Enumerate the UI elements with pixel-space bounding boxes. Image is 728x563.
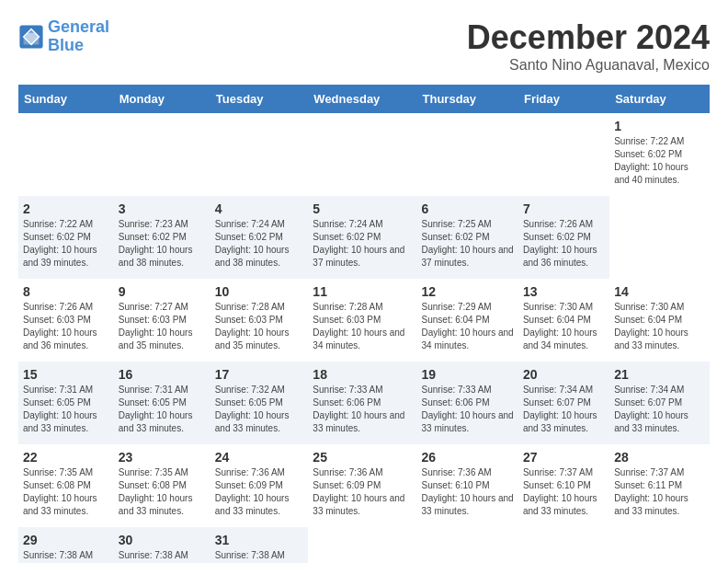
day-number: 11 bbox=[313, 284, 412, 299]
calendar-week-2: 2 Sunrise: 7:22 AMSunset: 6:02 PMDayligh… bbox=[18, 196, 710, 279]
day-number: 20 bbox=[523, 367, 605, 382]
table-row: 5 Sunrise: 7:24 AMSunset: 6:02 PMDayligh… bbox=[308, 196, 416, 279]
day-info: Sunrise: 7:35 AMSunset: 6:08 PMDaylight:… bbox=[119, 467, 193, 516]
calendar-week-4: 15 Sunrise: 7:31 AMSunset: 6:05 PMDaylig… bbox=[18, 362, 710, 444]
day-info: Sunrise: 7:30 AMSunset: 6:04 PMDaylight:… bbox=[523, 302, 597, 350]
day-number: 5 bbox=[313, 201, 412, 216]
day-info: Sunrise: 7:26 AMSunset: 6:02 PMDaylight:… bbox=[523, 219, 597, 268]
day-info: Sunrise: 7:22 AMSunset: 6:02 PMDaylight:… bbox=[23, 219, 97, 268]
day-info: Sunrise: 7:38 AMSunset: 6:12 PMDaylight:… bbox=[119, 550, 193, 563]
table-row: 25 Sunrise: 7:36 AMSunset: 6:09 PMDaylig… bbox=[308, 444, 416, 527]
calendar-title: December 2024 bbox=[467, 18, 710, 57]
day-number: 2 bbox=[23, 201, 109, 216]
day-number: 13 bbox=[523, 284, 605, 299]
table-row: 23 Sunrise: 7:35 AMSunset: 6:08 PMDaylig… bbox=[114, 444, 210, 527]
day-info: Sunrise: 7:34 AMSunset: 6:07 PMDaylight:… bbox=[523, 385, 597, 433]
empty-cell bbox=[308, 113, 416, 196]
table-row: 28 Sunrise: 7:37 AMSunset: 6:11 PMDaylig… bbox=[609, 444, 710, 527]
day-number: 3 bbox=[119, 201, 206, 216]
table-row: 13 Sunrise: 7:30 AMSunset: 6:04 PMDaylig… bbox=[518, 279, 609, 362]
day-number: 10 bbox=[215, 284, 304, 299]
table-row: 14 Sunrise: 7:30 AMSunset: 6:04 PMDaylig… bbox=[609, 279, 710, 362]
day-number: 24 bbox=[215, 450, 304, 465]
logo: General Blue bbox=[18, 18, 109, 55]
title-section: December 2024 Santo Nino Aguanaval, Mexi… bbox=[467, 18, 710, 74]
table-row: 20 Sunrise: 7:34 AMSunset: 6:07 PMDaylig… bbox=[518, 362, 609, 444]
day-number: 27 bbox=[523, 450, 605, 465]
day-info: Sunrise: 7:36 AMSunset: 6:09 PMDaylight:… bbox=[313, 467, 404, 516]
table-row: 3 Sunrise: 7:23 AMSunset: 6:02 PMDayligh… bbox=[114, 196, 210, 279]
table-row: 24 Sunrise: 7:36 AMSunset: 6:09 PMDaylig… bbox=[210, 444, 309, 527]
day-number: 30 bbox=[119, 533, 206, 547]
day-number: 17 bbox=[215, 367, 304, 382]
calendar-subtitle: Santo Nino Aguanaval, Mexico bbox=[467, 57, 710, 74]
day-number: 15 bbox=[23, 367, 109, 382]
day-info: Sunrise: 7:28 AMSunset: 6:03 PMDaylight:… bbox=[313, 302, 404, 350]
day-info: Sunrise: 7:32 AMSunset: 6:05 PMDaylight:… bbox=[215, 385, 290, 433]
table-row: 19 Sunrise: 7:33 AMSunset: 6:06 PMDaylig… bbox=[417, 362, 518, 444]
empty-cell bbox=[609, 196, 710, 279]
day-info: Sunrise: 7:33 AMSunset: 6:06 PMDaylight:… bbox=[422, 385, 514, 433]
day-number: 4 bbox=[215, 201, 304, 216]
day-number: 19 bbox=[422, 367, 514, 382]
table-row: 29 Sunrise: 7:38 AMSunset: 6:12 PMDaylig… bbox=[18, 527, 114, 563]
table-row: 1 Sunrise: 7:22 AMSunset: 6:02 PMDayligh… bbox=[609, 113, 710, 196]
header-thursday: Thursday bbox=[417, 85, 518, 113]
table-row: 22 Sunrise: 7:35 AMSunset: 6:08 PMDaylig… bbox=[18, 444, 114, 527]
table-row: 16 Sunrise: 7:31 AMSunset: 6:05 PMDaylig… bbox=[114, 362, 210, 444]
header-sunday: Sunday bbox=[18, 85, 114, 113]
day-number: 6 bbox=[422, 201, 514, 216]
day-info: Sunrise: 7:30 AMSunset: 6:04 PMDaylight:… bbox=[614, 302, 688, 350]
header-friday: Friday bbox=[518, 85, 609, 113]
table-row: 26 Sunrise: 7:36 AMSunset: 6:10 PMDaylig… bbox=[417, 444, 518, 527]
table-row: 21 Sunrise: 7:34 AMSunset: 6:07 PMDaylig… bbox=[609, 362, 710, 444]
page-header: General Blue December 2024 Santo Nino Ag… bbox=[18, 18, 710, 74]
empty-cell bbox=[609, 527, 710, 563]
empty-cell bbox=[417, 527, 518, 563]
day-info: Sunrise: 7:38 AMSunset: 6:12 PMDaylight:… bbox=[23, 550, 97, 563]
day-number: 26 bbox=[422, 450, 514, 465]
table-row: 7 Sunrise: 7:26 AMSunset: 6:02 PMDayligh… bbox=[518, 196, 609, 279]
day-number: 1 bbox=[614, 119, 705, 133]
calendar-week-6: 29 Sunrise: 7:38 AMSunset: 6:12 PMDaylig… bbox=[18, 527, 710, 563]
empty-cell bbox=[417, 113, 518, 196]
day-number: 14 bbox=[614, 284, 705, 299]
day-info: Sunrise: 7:29 AMSunset: 6:04 PMDaylight:… bbox=[422, 302, 514, 350]
table-row: 6 Sunrise: 7:25 AMSunset: 6:02 PMDayligh… bbox=[417, 196, 518, 279]
day-number: 7 bbox=[523, 201, 605, 216]
table-row: 17 Sunrise: 7:32 AMSunset: 6:05 PMDaylig… bbox=[210, 362, 309, 444]
day-info: Sunrise: 7:24 AMSunset: 6:02 PMDaylight:… bbox=[215, 219, 290, 268]
table-row: 18 Sunrise: 7:33 AMSunset: 6:06 PMDaylig… bbox=[308, 362, 416, 444]
day-info: Sunrise: 7:36 AMSunset: 6:09 PMDaylight:… bbox=[215, 467, 290, 516]
day-number: 29 bbox=[23, 533, 109, 547]
empty-cell bbox=[18, 113, 114, 196]
table-row: 10 Sunrise: 7:28 AMSunset: 6:03 PMDaylig… bbox=[210, 279, 309, 362]
empty-cell bbox=[518, 113, 609, 196]
day-number: 23 bbox=[119, 450, 206, 465]
calendar-week-5: 22 Sunrise: 7:35 AMSunset: 6:08 PMDaylig… bbox=[18, 444, 710, 527]
day-number: 16 bbox=[119, 367, 206, 382]
table-row: 27 Sunrise: 7:37 AMSunset: 6:10 PMDaylig… bbox=[518, 444, 609, 527]
day-number: 31 bbox=[215, 533, 304, 547]
table-row: 9 Sunrise: 7:27 AMSunset: 6:03 PMDayligh… bbox=[114, 279, 210, 362]
empty-cell bbox=[114, 113, 210, 196]
table-row: 11 Sunrise: 7:28 AMSunset: 6:03 PMDaylig… bbox=[308, 279, 416, 362]
day-info: Sunrise: 7:22 AMSunset: 6:02 PMDaylight:… bbox=[614, 136, 688, 185]
day-info: Sunrise: 7:24 AMSunset: 6:02 PMDaylight:… bbox=[313, 219, 404, 268]
table-row: 8 Sunrise: 7:26 AMSunset: 6:03 PMDayligh… bbox=[18, 279, 114, 362]
calendar-header-row: Sunday Monday Tuesday Wednesday Thursday… bbox=[18, 85, 710, 113]
logo-text: General Blue bbox=[48, 18, 109, 55]
empty-cell bbox=[518, 527, 609, 563]
header-saturday: Saturday bbox=[609, 85, 710, 113]
calendar-week-3: 8 Sunrise: 7:26 AMSunset: 6:03 PMDayligh… bbox=[18, 279, 710, 362]
header-tuesday: Tuesday bbox=[210, 85, 309, 113]
calendar-table: Sunday Monday Tuesday Wednesday Thursday… bbox=[18, 85, 710, 563]
table-row: 31 Sunrise: 7:38 AMSunset: 6:13 PMDaylig… bbox=[210, 527, 309, 563]
day-number: 21 bbox=[614, 367, 705, 382]
logo-icon bbox=[18, 24, 44, 50]
day-info: Sunrise: 7:26 AMSunset: 6:03 PMDaylight:… bbox=[23, 302, 97, 350]
day-info: Sunrise: 7:37 AMSunset: 6:11 PMDaylight:… bbox=[614, 467, 688, 516]
table-row: 15 Sunrise: 7:31 AMSunset: 6:05 PMDaylig… bbox=[18, 362, 114, 444]
day-number: 9 bbox=[119, 284, 206, 299]
day-info: Sunrise: 7:33 AMSunset: 6:06 PMDaylight:… bbox=[313, 385, 404, 433]
